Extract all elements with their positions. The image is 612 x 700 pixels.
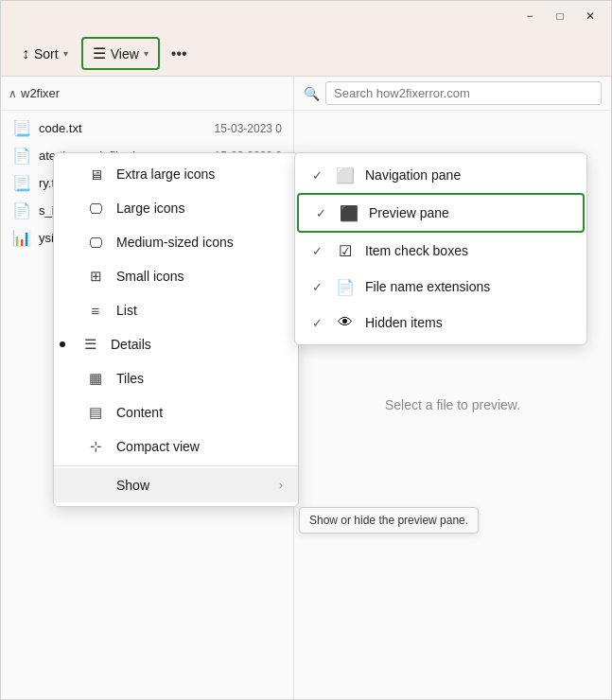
small-icons-label: Small icons [116, 269, 283, 284]
preview-pane-sub-icon: ⬛ [339, 202, 359, 223]
window: − □ ✕ ↕ Sort ▾ ☰ View ▾ ••• ∧ w2fixer [0, 0, 612, 700]
file-name-extensions-sub-icon: 📄 [335, 276, 356, 297]
breadcrumb-chevron-icon: ∧ [9, 87, 17, 100]
main-area: ∧ w2fixer 📃 code.txt 15-03-2023 0 📄 ate … [1, 77, 611, 699]
check-file-name-extensions: ✓ [308, 280, 325, 294]
breadcrumb-label: w2fixer [21, 86, 60, 100]
preview-pane-tooltip: Show or hide the preview pane. [299, 507, 479, 534]
menu-item-small-icons[interactable]: ⊞ Small icons [54, 259, 298, 293]
sort-label: Sort [34, 46, 59, 61]
menu-item-list[interactable]: ≡ List [54, 293, 298, 327]
more-options-button[interactable]: ••• [164, 40, 195, 68]
view-label: View [111, 46, 139, 61]
check-preview-pane: ✓ [312, 206, 329, 220]
search-input[interactable] [325, 81, 602, 105]
medium-icons-label: Medium-sized icons [116, 235, 283, 250]
file-name: code.txt [39, 121, 207, 135]
view-icon: ☰ [93, 44, 106, 62]
close-button[interactable]: ✕ [577, 7, 603, 26]
small-icons-icon: ⊞ [86, 267, 105, 286]
sort-button[interactable]: ↕ Sort ▾ [12, 40, 78, 68]
submenu-item-file-name-extensions[interactable]: ✓ 📄 File name extensions [295, 269, 586, 305]
item-checkboxes-sub-icon: ☑ [335, 240, 356, 261]
menu-item-content[interactable]: ▤ Content [54, 395, 298, 429]
menu-divider [54, 465, 298, 466]
show-label: Show [116, 478, 268, 493]
hidden-items-sub-label: Hidden items [365, 315, 573, 330]
menu-item-medium-icons[interactable]: 🖵 Medium-sized icons [54, 225, 298, 259]
navigation-pane-sub-label: Navigation pane [365, 167, 573, 183]
file-date: 15-03-2023 0 [215, 122, 282, 135]
view-dropdown: 🖥 Extra large icons 🖵 Large icons 🖵 Medi… [53, 152, 299, 507]
preview-pane-sub-label: Preview pane [369, 205, 569, 220]
file-icon: 📃 [12, 174, 31, 192]
content-icon: ▤ [86, 403, 105, 422]
show-submenu: ✓ ⬜ Navigation pane ✓ ⬛ Preview pane ✓ ☑… [294, 152, 587, 345]
breadcrumb: ∧ w2fixer [1, 77, 293, 111]
details-label: Details [111, 337, 283, 352]
medium-icons-icon: 🖵 [86, 233, 105, 252]
view-chevron-icon: ▾ [144, 48, 149, 59]
compact-icon: ⊹ [86, 437, 105, 456]
tiles-label: Tiles [116, 371, 283, 386]
details-icon: ☰ [80, 335, 99, 354]
maximize-button[interactable]: □ [547, 7, 573, 26]
bullet-icon [60, 341, 65, 347]
menu-item-extra-large-icons[interactable]: 🖥 Extra large icons [54, 157, 298, 191]
title-bar: − □ ✕ [1, 1, 611, 31]
submenu-item-preview-pane[interactable]: ✓ ⬛ Preview pane [297, 193, 585, 233]
list-item[interactable]: 📃 code.txt 15-03-2023 0 [1, 114, 293, 142]
preview-empty-text: Select a file to preview. [385, 397, 520, 412]
file-icon: 📄 [12, 147, 31, 165]
menu-item-large-icons[interactable]: 🖵 Large icons [54, 191, 298, 225]
chevron-right-icon: › [279, 479, 283, 492]
file-icon: 📄 [12, 201, 31, 219]
search-icon: 🔍 [304, 86, 320, 101]
menu-item-show[interactable]: Show › [54, 468, 298, 502]
show-icon [86, 476, 105, 495]
file-icon: 📊 [12, 229, 31, 247]
check-navigation-pane: ✓ [308, 168, 325, 183]
menu-item-compact[interactable]: ⊹ Compact view [54, 429, 298, 464]
list-icon: ≡ [86, 301, 105, 320]
check-item-checkboxes: ✓ [308, 244, 325, 258]
large-icons-icon: 🖵 [86, 199, 105, 218]
file-icon: 📃 [12, 119, 31, 137]
content-label: Content [116, 405, 283, 420]
extra-large-icons-label: Extra large icons [116, 166, 283, 182]
search-bar: 🔍 [294, 77, 611, 111]
tiles-icon: ▦ [86, 369, 105, 388]
minimize-button[interactable]: − [516, 7, 543, 26]
submenu-item-item-checkboxes[interactable]: ✓ ☑ Item check boxes [295, 233, 586, 269]
list-label: List [116, 303, 283, 318]
submenu-item-navigation-pane[interactable]: ✓ ⬜ Navigation pane [295, 157, 586, 193]
submenu-item-hidden-items[interactable]: ✓ 👁 Hidden items [295, 305, 586, 341]
check-hidden-items: ✓ [308, 316, 325, 330]
more-icon: ••• [171, 45, 187, 62]
sort-icon: ↕ [22, 45, 29, 62]
extra-large-icons-icon: 🖥 [86, 165, 105, 184]
toolbar: ↕ Sort ▾ ☰ View ▾ ••• [1, 31, 611, 77]
file-name-extensions-sub-label: File name extensions [365, 279, 573, 294]
navigation-pane-sub-icon: ⬜ [335, 165, 356, 185]
large-icons-label: Large icons [116, 201, 283, 216]
view-button[interactable]: ☰ View ▾ [81, 37, 160, 70]
sort-chevron-icon: ▾ [63, 48, 68, 59]
item-checkboxes-sub-label: Item check boxes [365, 243, 573, 258]
compact-label: Compact view [116, 439, 283, 454]
menu-item-tiles[interactable]: ▦ Tiles [54, 361, 298, 395]
hidden-items-sub-icon: 👁 [335, 312, 356, 333]
menu-item-details[interactable]: ☰ Details [54, 327, 298, 361]
